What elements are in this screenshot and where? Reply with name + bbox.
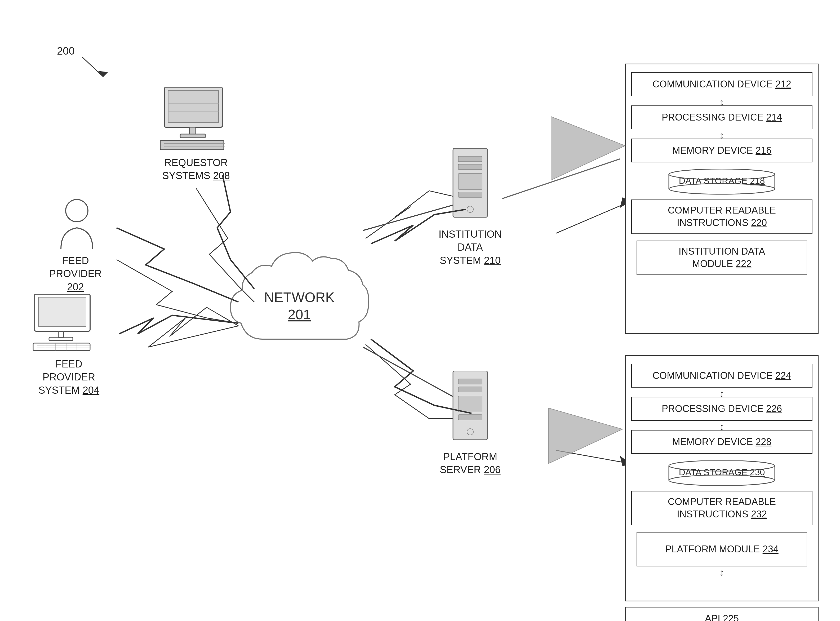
svg-line-5 [556,450,630,463]
svg-rect-39 [168,91,218,123]
mem-device-1-box: MEMORY DEVICE 216 [631,139,813,162]
comp-read-2-box: COMPUTER READABLEINSTRUCTIONS 232 [631,491,813,526]
comp-read-1-box: COMPUTER READABLEINSTRUCTIONS 220 [631,200,813,234]
platform-server-label: PLATFORM SERVER 206 [429,450,511,477]
svg-rect-57 [458,387,482,392]
svg-text:NETWORK: NETWORK [264,289,334,305]
network-cloud: NETWORK 201 [225,238,374,367]
svg-rect-58 [458,396,482,412]
svg-rect-52 [458,174,482,189]
svg-rect-31 [33,343,90,350]
svg-rect-50 [458,156,482,162]
institution-data-system-icon [445,148,498,224]
svg-rect-56 [458,379,482,384]
proc-device-2-box: PROCESSING DEVICE 226 [631,397,813,421]
svg-marker-68 [551,117,625,180]
svg-line-0 [82,57,103,77]
comm-device-1-box: COMMUNICATION DEVICE 212 [631,72,813,96]
platform-mod-box: PLATFORM MODULE 234 [637,532,807,566]
feed-provider-label: FEED PROVIDER 202 [38,254,113,294]
comm-device-2-box: COMMUNICATION DEVICE 224 [631,364,813,388]
svg-rect-44 [160,141,224,150]
svg-rect-43 [180,134,205,138]
diagram-container: 200 FEED PROVIDER 202 [0,0,840,621]
platform-outer-box: COMMUNICATION DEVICE 224 ↕ PROCESSING DE… [625,355,819,601]
svg-marker-1 [98,71,108,77]
svg-rect-53 [458,192,482,197]
svg-rect-42 [189,127,195,135]
svg-text:201: 201 [288,307,311,322]
api-box: API 225 [625,607,819,621]
requestor-systems-icon [159,88,233,152]
data-storage-2: DATA STORAGE 230 [631,459,813,488]
svg-rect-28 [38,297,86,326]
arrow-down-5: ↕ [719,567,724,578]
svg-point-26 [66,200,88,222]
institution-outer-box: COMMUNICATION DEVICE 212 ↕ PROCESSING DE… [625,64,819,334]
institution-data-system-label: INSTITUTION DATA SYSTEM 210 [429,228,511,267]
requestor-systems-label: REQUESTOR SYSTEMS 208 [159,156,233,183]
svg-text:DATA STORAGE 218: DATA STORAGE 218 [679,176,765,186]
svg-marker-69 [548,408,622,463]
svg-rect-51 [458,164,482,170]
inst-data-mod-box: INSTITUTION DATAMODULE 222 [637,241,807,275]
svg-line-3 [556,201,630,233]
svg-line-2 [148,326,238,347]
svg-rect-59 [458,415,482,420]
proc-device-1-box: PROCESSING DEVICE 214 [631,106,813,129]
mem-device-2-box: MEMORY DEVICE 228 [631,430,813,454]
svg-line-67 [502,159,620,199]
platform-server-icon [445,371,498,446]
svg-text:DATA STORAGE 230: DATA STORAGE 230 [679,467,765,477]
feed-provider-icon [53,196,101,250]
feed-provider-system-label: FEED PROVIDER SYSTEM 204 [28,357,110,397]
data-storage-1: DATA STORAGE 218 [631,168,813,197]
svg-rect-29 [58,331,64,338]
feed-provider-system-icon [32,294,101,353]
